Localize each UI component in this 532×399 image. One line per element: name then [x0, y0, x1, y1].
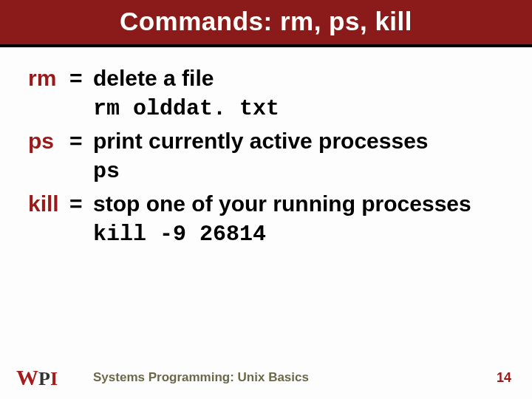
- slide-body: rm = delete a file rm olddat. txt ps = p…: [0, 47, 532, 249]
- page-number: 14: [497, 370, 511, 386]
- cmd-row-rm: rm = delete a file: [28, 64, 504, 94]
- logo-letter-p: P: [38, 369, 50, 389]
- equals: =: [69, 126, 93, 157]
- equals: =: [69, 189, 93, 219]
- cmd-row-kill: kill = stop one of your running processe…: [28, 189, 504, 219]
- slide-footer: W P I Systems Programming: Unix Basics 1…: [0, 366, 532, 389]
- cmd-name: ps: [28, 126, 69, 157]
- logo-letter-i: I: [50, 369, 58, 389]
- cmd-name: rm: [28, 64, 69, 94]
- equals: =: [69, 64, 93, 94]
- cmd-desc: print currently active processes: [93, 126, 504, 157]
- cmd-example-kill: kill -9 26814: [28, 219, 504, 250]
- footer-course-text: Systems Programming: Unix Basics: [58, 370, 497, 385]
- logo-letter-w: W: [16, 366, 38, 389]
- cmd-desc: stop one of your running processes: [93, 189, 504, 219]
- cmd-example-rm: rm olddat. txt: [28, 94, 504, 124]
- cmd-name: kill: [28, 189, 69, 219]
- cmd-example-ps: ps: [28, 157, 504, 187]
- slide-title: Commands: rm, ps, kill: [0, 0, 532, 47]
- cmd-desc: delete a file: [93, 64, 504, 94]
- wpi-logo: W P I: [16, 366, 58, 389]
- cmd-row-ps: ps = print currently active processes: [28, 126, 504, 157]
